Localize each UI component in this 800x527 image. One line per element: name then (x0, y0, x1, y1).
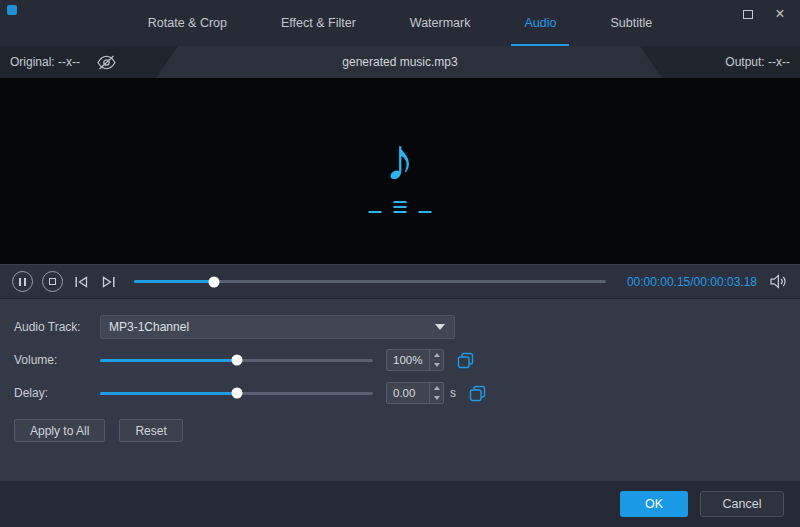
seek-slider-wrap (126, 280, 614, 283)
seek-slider[interactable] (134, 280, 606, 283)
delay-unit-label: s (450, 386, 456, 400)
dialog-footer: OK Cancel (0, 481, 800, 527)
loader-dash-left (369, 211, 382, 213)
tab-subtitle[interactable]: Subtitle (583, 0, 679, 46)
tab-watermark[interactable]: Watermark (383, 0, 498, 46)
volume-value[interactable]: 100% (387, 350, 429, 370)
close-button[interactable]: × (772, 6, 788, 22)
volume-slider[interactable] (100, 359, 373, 362)
audio-track-label: Audio Track: (14, 320, 100, 334)
delay-label: Delay: (14, 386, 100, 400)
volume-spinbox: 100% (386, 349, 444, 371)
delay-apply-copy-icon[interactable] (469, 385, 486, 402)
preview-area: ♪ (0, 78, 800, 264)
audio-track-row: Audio Track: MP3-1Channel (14, 315, 786, 339)
next-frame-button[interactable] (99, 273, 117, 291)
loader-equalizer (394, 201, 407, 213)
volume-spin-down[interactable] (430, 360, 443, 370)
eye-off-icon[interactable] (96, 55, 117, 70)
spin-up-icon (434, 386, 440, 390)
pause-button[interactable] (12, 271, 33, 292)
volume-fill (100, 359, 237, 362)
chevron-down-icon (435, 324, 445, 330)
ok-button[interactable]: OK (620, 491, 688, 517)
apply-to-all-button[interactable]: Apply to All (14, 419, 105, 442)
tab-rotate-crop[interactable]: Rotate & Crop (121, 0, 254, 46)
close-icon: × (775, 6, 784, 22)
audio-edit-dialog: Rotate & Crop Effect & Filter Watermark … (0, 0, 800, 527)
reset-button[interactable]: Reset (119, 419, 182, 442)
cancel-button[interactable]: Cancel (700, 491, 784, 517)
maximize-icon (743, 10, 753, 19)
audio-track-value: MP3-1Channel (109, 320, 189, 334)
spin-up-icon (434, 353, 440, 357)
stop-icon (49, 278, 56, 285)
audio-settings-panel: Audio Track: MP3-1Channel Volume: 100% (0, 298, 800, 481)
delay-row: Delay: 0.00 s (14, 381, 786, 405)
volume-spinners (429, 350, 443, 370)
spin-down-icon (434, 396, 440, 400)
app-icon (7, 5, 17, 15)
volume-label: Volume: (14, 353, 100, 367)
player-bar: 00:00:00.15/00:00:03.18 (0, 264, 800, 298)
audio-loading-indicator (369, 201, 432, 213)
tab-audio[interactable]: Audio (497, 0, 583, 46)
delay-value[interactable]: 0.00 (387, 383, 429, 403)
tabs: Rotate & Crop Effect & Filter Watermark … (121, 0, 679, 46)
music-note-icon: ♪ (385, 130, 415, 190)
time-display: 00:00:00.15/00:00:03.18 (627, 275, 757, 289)
delay-spinbox: 0.00 (386, 382, 444, 404)
spin-down-icon (434, 363, 440, 367)
stop-button[interactable] (42, 271, 63, 292)
audio-track-dropdown[interactable]: MP3-1Channel (100, 315, 455, 339)
previous-frame-button[interactable] (72, 273, 90, 291)
pause-icon (19, 278, 26, 286)
volume-row: Volume: 100% (14, 348, 786, 372)
volume-spin-up[interactable] (430, 350, 443, 360)
tab-bar: Rotate & Crop Effect & Filter Watermark … (0, 0, 800, 46)
original-label: Original: --x-- (10, 55, 80, 69)
volume-speaker-icon[interactable] (770, 274, 788, 289)
volume-apply-copy-icon[interactable] (457, 352, 474, 369)
delay-slider[interactable] (100, 392, 373, 395)
preview-info-bar: generated music.mp3 Original: --x-- Outp… (0, 46, 800, 78)
seek-thumb[interactable] (209, 276, 220, 287)
loader-dash-right (419, 211, 432, 213)
delay-thumb[interactable] (231, 388, 242, 399)
original-resolution-block: Original: --x-- (0, 46, 178, 78)
window-controls: × (740, 6, 788, 22)
settings-actions: Apply to All Reset (14, 419, 786, 442)
next-frame-icon (101, 276, 116, 288)
delay-fill (100, 392, 237, 395)
maximize-button[interactable] (740, 6, 756, 22)
delay-spin-up[interactable] (430, 383, 443, 393)
seek-progress (134, 280, 214, 283)
delay-spin-down[interactable] (430, 393, 443, 403)
volume-thumb[interactable] (231, 355, 242, 366)
delay-spinners (429, 383, 443, 403)
previous-frame-icon (74, 276, 89, 288)
output-resolution-block: Output: --x-- (640, 46, 800, 78)
tab-effect-filter[interactable]: Effect & Filter (254, 0, 383, 46)
output-label: Output: --x-- (725, 55, 790, 69)
